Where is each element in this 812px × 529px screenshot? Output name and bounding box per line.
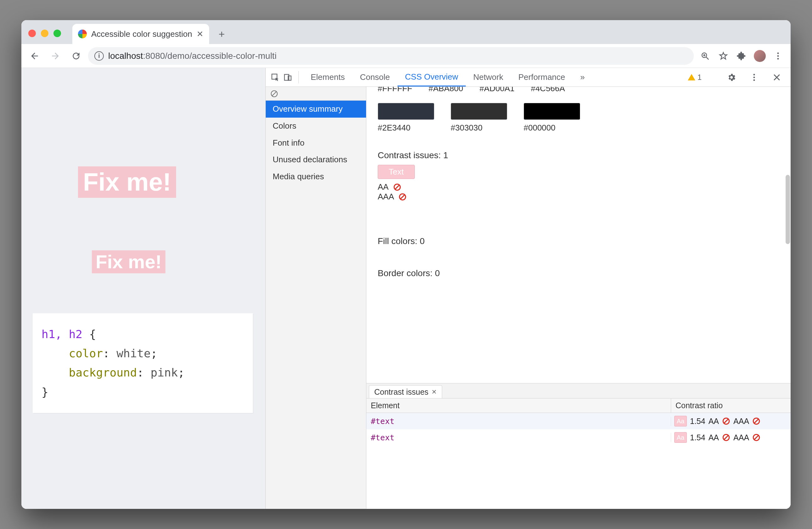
svg-point-5 xyxy=(778,55,779,57)
svg-line-24 xyxy=(724,435,728,440)
swatch-label: #ABA800 xyxy=(429,87,463,94)
back-button[interactable] xyxy=(26,47,43,65)
css-overview-sidebar: Overview summary Colors Font info Unused… xyxy=(266,87,366,509)
table-row[interactable]: #text Aa 1.54 AA AAA xyxy=(366,429,791,446)
contrast-swatch: Aa xyxy=(674,416,687,427)
maximize-window-button[interactable] xyxy=(54,30,61,37)
table-row[interactable]: #text Aa 1.54 AA AAA xyxy=(366,413,791,429)
svg-line-20 xyxy=(724,419,728,423)
tab-css-overview[interactable]: CSS Overview xyxy=(397,68,466,86)
fill-colors-heading: Fill colors: 0 xyxy=(378,236,779,246)
color-swatch[interactable] xyxy=(378,103,434,120)
page-heading-1: Fix me! xyxy=(78,166,176,198)
swatch-label: #AD00A1 xyxy=(480,87,514,94)
drawer-table-header: Element Contrast ratio xyxy=(366,399,791,413)
inspect-element-icon[interactable] xyxy=(269,68,281,86)
tab-title: Accessible color suggestion xyxy=(91,29,192,39)
tab-strip: Accessible color suggestion ✕ + xyxy=(21,20,791,44)
browser-menu-icon[interactable] xyxy=(770,48,786,64)
new-tab-button[interactable]: + xyxy=(214,26,230,42)
devtools-close-icon[interactable] xyxy=(769,69,785,86)
swatch-label: #000000 xyxy=(524,123,580,133)
content-area: Fix me! Fix me! h1, h2 { color: white; b… xyxy=(21,68,791,509)
fail-icon xyxy=(752,433,760,442)
contrast-issues-heading: Contrast issues: 1 xyxy=(378,150,779,160)
fail-icon xyxy=(393,183,401,191)
minimize-window-button[interactable] xyxy=(41,30,48,37)
warnings-chip[interactable]: 1 xyxy=(687,73,701,82)
col-element-header: Element xyxy=(366,399,671,413)
browser-window: Accessible color suggestion ✕ + i localh… xyxy=(21,20,791,509)
tab-network[interactable]: Network xyxy=(466,68,511,86)
forward-button[interactable] xyxy=(46,47,64,65)
page-code-block: h1, h2 { color: white; background: pink;… xyxy=(33,313,253,413)
bookmark-icon[interactable] xyxy=(715,48,731,64)
fail-icon xyxy=(722,417,730,425)
address-bar[interactable]: i localhost:8080/demo/accessible-color-m… xyxy=(88,47,694,65)
sidebar-item-media-queries[interactable]: Media queries xyxy=(266,168,366,185)
sidebar-item-colors[interactable]: Colors xyxy=(266,118,366,134)
fail-icon xyxy=(722,433,730,442)
contrast-issues-drawer: Contrast issues ✕ Element Contrast ratio xyxy=(366,383,791,509)
swatch-label: #2E3440 xyxy=(378,123,434,133)
aaa-label: AAA xyxy=(378,192,394,202)
swatch-label: #4C566A xyxy=(531,87,565,94)
window-controls xyxy=(25,30,66,44)
tab-elements[interactable]: Elements xyxy=(303,68,352,86)
tab-more[interactable]: » xyxy=(573,68,592,86)
border-colors-heading: Border colors: 0 xyxy=(378,268,779,278)
svg-line-26 xyxy=(754,435,758,440)
css-overview-main: #FFFFFF #ABA800 #AD00A1 #4C566A #2E3440 xyxy=(366,87,791,509)
svg-point-11 xyxy=(754,76,755,78)
fail-icon xyxy=(752,417,760,425)
aa-label: AA xyxy=(378,182,389,192)
profile-avatar[interactable] xyxy=(752,48,768,64)
browser-tab[interactable]: Accessible color suggestion ✕ xyxy=(72,24,209,44)
color-swatch[interactable] xyxy=(451,103,507,120)
svg-line-1 xyxy=(706,57,709,59)
devtools-menu-icon[interactable] xyxy=(746,69,762,86)
devtools-tabbar: Elements Console CSS Overview Network Pe… xyxy=(266,68,791,87)
swatch-label: #FFFFFF xyxy=(378,87,412,94)
devtools-settings-icon[interactable] xyxy=(723,69,740,86)
color-swatch[interactable] xyxy=(524,103,580,120)
reload-button[interactable] xyxy=(67,47,85,65)
page-viewport: Fix me! Fix me! h1, h2 { color: white; b… xyxy=(21,68,265,509)
page-heading-2: Fix me! xyxy=(92,251,165,273)
svg-line-18 xyxy=(401,195,405,199)
svg-point-12 xyxy=(754,79,755,81)
browser-toolbar: i localhost:8080/demo/accessible-color-m… xyxy=(21,44,791,68)
close-window-button[interactable] xyxy=(28,30,36,37)
zoom-icon[interactable] xyxy=(697,48,713,64)
drawer-table-body: #text Aa 1.54 AA AAA xyxy=(366,413,791,509)
devtools-panel: Elements Console CSS Overview Network Pe… xyxy=(265,68,791,509)
svg-point-6 xyxy=(778,58,779,59)
code-prop-background: background xyxy=(69,366,137,379)
tab-performance[interactable]: Performance xyxy=(511,68,573,86)
svg-point-4 xyxy=(778,52,779,54)
site-info-icon[interactable]: i xyxy=(95,51,104,61)
device-toolbar-icon[interactable] xyxy=(281,68,294,86)
contrast-issue-chip[interactable]: Text xyxy=(378,165,415,179)
svg-line-22 xyxy=(754,419,758,423)
tab-favicon xyxy=(78,30,87,38)
tab-console[interactable]: Console xyxy=(352,68,397,86)
contrast-swatch: Aa xyxy=(674,432,687,443)
swatch-label: #303030 xyxy=(451,123,507,133)
sidebar-item-overview-summary[interactable]: Overview summary xyxy=(266,101,366,118)
fail-icon xyxy=(398,193,407,201)
sidebar-item-unused-declarations[interactable]: Unused declarations xyxy=(266,151,366,168)
close-drawer-tab-icon[interactable]: ✕ xyxy=(432,388,437,396)
extensions-icon[interactable] xyxy=(734,48,750,64)
svg-point-10 xyxy=(754,74,755,75)
sidebar-item-font-info[interactable]: Font info xyxy=(266,134,366,152)
clear-overview-icon[interactable] xyxy=(266,87,366,101)
url-text: localhost:8080/demo/accessible-color-mul… xyxy=(108,51,276,61)
close-tab-icon[interactable]: ✕ xyxy=(197,29,203,39)
drawer-tab-contrast-issues[interactable]: Contrast issues ✕ xyxy=(369,385,442,398)
col-ratio-header: Contrast ratio xyxy=(671,399,791,413)
code-selector: h1, h2 xyxy=(42,328,83,341)
svg-line-14 xyxy=(272,91,276,96)
svg-line-16 xyxy=(395,185,399,189)
code-prop-color: color xyxy=(69,347,103,360)
